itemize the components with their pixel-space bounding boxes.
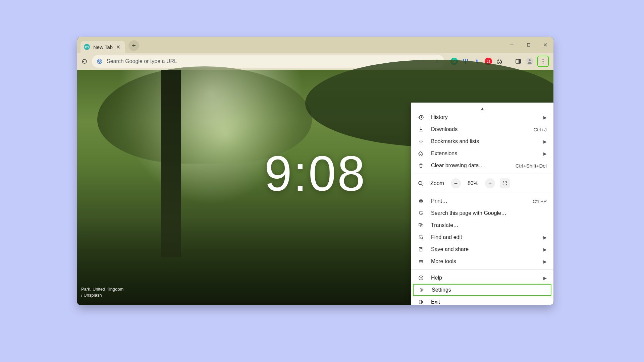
menu-print[interactable]: Print… Ctrl+P [411,195,553,207]
fullscreen-button[interactable] [500,178,510,188]
print-icon [418,198,424,204]
tab-new-tab[interactable]: m New Tab ✕ [80,41,125,53]
zoom-value: 80% [466,180,480,186]
maximize-button[interactable] [523,39,535,51]
svg-point-27 [421,289,422,291]
menu-translate[interactable]: Translate… [411,219,553,231]
menu-settings-label: Settings [432,287,546,293]
chevron-right-icon: ▶ [543,235,547,240]
menu-translate-label: Translate… [431,222,547,228]
minimize-button[interactable] [506,39,518,51]
gear-icon [418,287,425,293]
svg-point-11 [543,63,544,64]
menu-downloads[interactable]: Downloads Ctrl+J [411,123,553,135]
menu-separator [411,193,553,193]
menu-more-tools-label: More tools [431,258,537,264]
menu-find-edit[interactable]: Find and edit ▶ [411,231,553,243]
menu-bookmarks-label: Bookmarks and lists [431,138,537,144]
menu-print-label: Print… [431,198,526,204]
svg-rect-17 [420,202,422,203]
exit-icon [418,299,424,305]
find-icon [418,235,424,240]
toolbox-icon [418,259,424,264]
svg-point-8 [529,59,531,61]
menu-downloads-shortcut: Ctrl+J [533,127,547,132]
profile-avatar-icon[interactable] [526,58,533,65]
svg-point-13 [419,181,422,185]
zoom-in-button[interactable]: + [485,178,495,188]
svg-rect-7 [519,59,521,63]
menu-extensions-label: Extensions [431,150,537,157]
chevron-right-icon: ▶ [543,139,547,144]
menu-clear-browsing-data[interactable]: Clear browsing data… Ctrl+Shift+Del [411,160,553,172]
zoom-out-button[interactable]: − [451,178,461,188]
menu-clear-shortcut: Ctrl+Shift+Del [516,163,547,169]
menu-help-label: Help [431,275,537,281]
menu-zoom-label: Zoom [430,180,444,186]
google-icon: G [97,58,103,64]
tab-favicon: m [84,44,90,50]
help-icon: ? [418,275,424,281]
menu-history[interactable]: History ▶ [411,111,553,123]
menu-scroll-up-icon[interactable]: ▴ [411,105,553,111]
trash-icon [418,163,424,168]
new-tab-content: 9:08 Park, United Kingdom / Unsplash Tod… [77,70,553,305]
svg-rect-1 [527,44,530,46]
chevron-right-icon: ▶ [543,259,547,264]
toolbar-separator [509,57,509,65]
menu-more-tools[interactable]: More tools ▶ [411,255,553,267]
new-tab-button[interactable]: + [128,40,139,51]
svg-text:G: G [98,59,101,63]
side-panel-icon[interactable] [515,58,522,65]
menu-save-share[interactable]: Save and share ▶ [411,243,553,255]
extensions-puzzle-icon[interactable] [496,58,503,65]
menu-zoom-row: Zoom − 80% + [411,176,553,191]
tab-strip: m New Tab ✕ + [77,37,553,53]
menu-clear-label: Clear browsing data… [431,163,509,169]
menu-history-label: History [431,114,537,120]
svg-text:?: ? [420,277,422,280]
google-g-icon: G [418,210,424,216]
svg-rect-16 [420,199,422,201]
menu-settings-highlight: Settings [413,284,551,296]
reload-button[interactable] [80,57,89,65]
download-icon [418,126,424,132]
chevron-right-icon: ▶ [543,247,547,252]
menu-exit-label: Exit [431,299,547,305]
menu-print-shortcut: Ctrl+P [533,198,547,204]
menu-downloads-label: Downloads [431,126,527,132]
tab-title: New Tab [93,44,113,50]
menu-search-page[interactable]: G Search this page with Google… [411,207,553,219]
svg-point-9 [543,59,544,60]
menu-exit[interactable]: Exit [411,296,553,305]
translate-icon [418,223,424,228]
save-share-icon [418,247,424,252]
menu-extensions[interactable]: Extensions ▶ [411,147,553,160]
puzzle-icon [418,151,424,156]
close-tab-icon[interactable]: ✕ [116,44,120,50]
attribution-location: Park, United Kingdom [81,286,123,292]
more-menu-button[interactable] [537,56,549,67]
chrome-main-menu: ▴ History ▶ Downloads Ctrl+J ☆ Bookmarks… [411,103,553,305]
zoom-controls: − 80% + [451,178,510,188]
chevron-right-icon: ▶ [543,151,547,156]
zoom-icon [418,180,424,186]
photo-attribution: Park, United Kingdom / Unsplash [81,286,123,298]
close-window-button[interactable] [539,39,551,51]
svg-line-14 [422,184,423,186]
attribution-source: / Unsplash [81,292,123,298]
browser-window: m New Tab ✕ + G Search Google or type a … [77,37,553,305]
menu-separator [411,269,553,270]
svg-point-10 [543,61,544,62]
menu-bookmarks[interactable]: ☆ Bookmarks and lists ▶ [411,135,553,147]
chevron-right-icon: ▶ [543,115,547,120]
menu-separator [411,174,553,174]
window-controls [506,37,551,53]
menu-settings[interactable]: Settings [414,285,551,295]
menu-save-share-label: Save and share [431,246,537,252]
chevron-right-icon: ▶ [543,276,547,281]
menu-find-edit-label: Find and edit [431,234,537,240]
history-icon [418,114,424,120]
menu-search-page-label: Search this page with Google… [431,210,547,216]
menu-help[interactable]: ? Help ▶ [411,272,553,284]
